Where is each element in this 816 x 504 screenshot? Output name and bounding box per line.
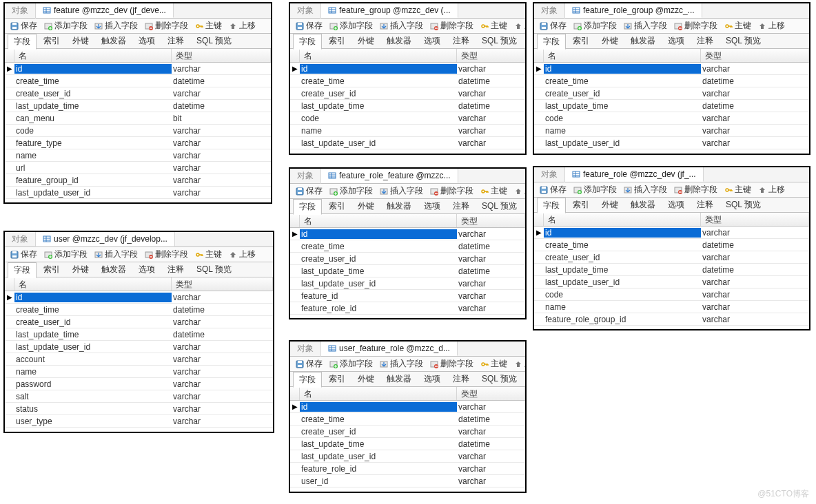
- table-row[interactable]: last_update_user_idvarchar: [290, 277, 525, 290]
- cell-field-name[interactable]: create_user_id: [544, 253, 701, 262]
- subtab[interactable]: SQL 预览: [720, 34, 766, 48]
- cell-field-name[interactable]: create_time: [14, 76, 172, 86]
- subtab[interactable]: 字段: [293, 34, 322, 50]
- table-row[interactable]: saltvarchar: [5, 390, 273, 403]
- cell-field-name[interactable]: feature_type: [14, 138, 172, 148]
- table-row[interactable]: create_user_idvarchar: [290, 87, 525, 100]
- table-row[interactable]: last_update_timedatetime: [534, 100, 809, 112]
- subtab[interactable]: 选项: [418, 199, 446, 213]
- table-row[interactable]: codevarchar: [534, 288, 809, 301]
- subtab[interactable]: 注释: [162, 262, 190, 277]
- cell-field-type[interactable]: varchar: [701, 315, 809, 324]
- table-row[interactable]: last_update_user_idvarchar: [290, 137, 525, 149]
- delete-field-button[interactable]: 删除字段: [142, 19, 191, 33]
- add-field-button[interactable]: 添加字段: [327, 357, 376, 371]
- insert-field-button[interactable]: 插入字段: [377, 19, 426, 33]
- cell-field-name[interactable]: can_menu: [14, 114, 172, 123]
- cell-field-name[interactable]: last_update_user_id: [300, 452, 457, 461]
- cell-field-name[interactable]: create_user_id: [300, 254, 457, 264]
- tab-table-active[interactable]: user_feature_role @mzzc_d...: [321, 342, 458, 356]
- table-row[interactable]: urlvarchar: [5, 162, 271, 174]
- primary-key-button[interactable]: 主键: [192, 19, 225, 33]
- subtab[interactable]: 字段: [8, 34, 37, 50]
- primary-key-button[interactable]: 主键: [722, 19, 754, 33]
- cell-field-name[interactable]: name: [14, 367, 172, 377]
- subtab[interactable]: SQL 预览: [191, 34, 237, 48]
- cell-field-name[interactable]: feature_role_id: [300, 304, 457, 313]
- column-header-type[interactable]: 类型: [172, 49, 271, 62]
- cell-field-name[interactable]: name: [300, 126, 457, 136]
- table-row[interactable]: ▶idvarchar: [5, 63, 271, 75]
- tab-objects[interactable]: 对象: [534, 3, 565, 19]
- cell-field-type[interactable]: varchar: [172, 151, 271, 160]
- cell-field-type[interactable]: varchar: [172, 367, 273, 377]
- cell-field-type[interactable]: varchar: [172, 392, 273, 401]
- subtab[interactable]: 触发器: [96, 262, 132, 277]
- subtab[interactable]: 触发器: [625, 198, 661, 212]
- cell-field-name[interactable]: create_time: [300, 76, 457, 86]
- cell-field-name[interactable]: user_id: [300, 476, 457, 486]
- cell-field-type[interactable]: varchar: [457, 126, 525, 136]
- cell-field-type[interactable]: varchar: [172, 379, 273, 389]
- cell-field-name[interactable]: name: [14, 151, 172, 160]
- add-field-button[interactable]: 添加字段: [327, 19, 376, 33]
- cell-field-name[interactable]: last_update_user_id: [544, 277, 701, 287]
- subtab[interactable]: 索引: [323, 34, 351, 48]
- subtab[interactable]: 索引: [323, 199, 351, 213]
- save-button[interactable]: 保存: [293, 19, 325, 33]
- cell-field-type[interactable]: datetime: [457, 242, 525, 251]
- subtab[interactable]: 外键: [352, 34, 380, 48]
- tab-objects[interactable]: 对象: [290, 168, 321, 184]
- subtab[interactable]: 触发器: [96, 34, 132, 48]
- table-row[interactable]: user_idvarchar: [290, 475, 525, 487]
- delete-field-button[interactable]: 删除字段: [427, 357, 476, 371]
- save-button[interactable]: 保存: [8, 19, 40, 33]
- table-row[interactable]: namevarchar: [5, 366, 273, 378]
- subtab[interactable]: 外键: [352, 199, 380, 213]
- subtab[interactable]: 字段: [293, 372, 322, 388]
- subtab[interactable]: SQL 预览: [476, 199, 522, 213]
- cell-field-name[interactable]: last_update_time: [300, 439, 457, 449]
- cell-field-name[interactable]: create_time: [14, 305, 172, 315]
- cell-field-name[interactable]: code: [14, 126, 172, 136]
- cell-field-type[interactable]: varchar: [457, 427, 525, 437]
- cell-field-name[interactable]: status: [14, 404, 172, 414]
- cell-field-name[interactable]: last_update_user_id: [544, 138, 701, 148]
- insert-field-button[interactable]: 插入字段: [621, 183, 670, 197]
- cell-field-name[interactable]: last_update_time: [300, 266, 457, 276]
- column-header-type[interactable]: 类型: [701, 213, 809, 226]
- cell-field-type[interactable]: varchar: [457, 464, 525, 474]
- cell-field-type[interactable]: varchar: [701, 228, 809, 238]
- cell-field-type[interactable]: datetime: [701, 76, 809, 86]
- cell-field-type[interactable]: varchar: [457, 254, 525, 264]
- insert-field-button[interactable]: 插入字段: [92, 19, 141, 33]
- cell-field-type[interactable]: varchar: [457, 452, 525, 461]
- table-row[interactable]: last_update_timedatetime: [290, 100, 525, 112]
- table-row[interactable]: feature_typevarchar: [5, 137, 271, 149]
- subtab[interactable]: 索引: [38, 262, 65, 277]
- cell-field-type[interactable]: varchar: [172, 293, 273, 302]
- table-row[interactable]: last_update_user_idvarchar: [534, 276, 809, 288]
- tab-table-active[interactable]: feature @mzzc_dev (jf_deve...: [36, 3, 174, 18]
- subtab[interactable]: 字段: [293, 199, 322, 215]
- cell-field-type[interactable]: datetime: [172, 330, 273, 339]
- save-button[interactable]: 保存: [537, 19, 569, 33]
- cell-field-type[interactable]: varchar: [457, 304, 525, 313]
- subtab[interactable]: 注释: [447, 199, 475, 213]
- table-row[interactable]: create_user_idvarchar: [534, 87, 809, 100]
- subtab[interactable]: 索引: [38, 34, 65, 48]
- cell-field-type[interactable]: varchar: [457, 402, 525, 412]
- table-row[interactable]: namevarchar: [534, 301, 809, 313]
- delete-field-button[interactable]: 删除字段: [142, 248, 191, 262]
- table-row[interactable]: namevarchar: [534, 125, 809, 137]
- cell-field-name[interactable]: last_update_user_id: [300, 279, 457, 288]
- insert-field-button[interactable]: 插入字段: [377, 185, 426, 198]
- column-header-name[interactable]: 名: [544, 49, 701, 62]
- cell-field-name[interactable]: create_time: [300, 414, 457, 424]
- cell-field-type[interactable]: datetime: [701, 240, 809, 250]
- table-row[interactable]: create_timedatetime: [290, 75, 525, 87]
- cell-field-name[interactable]: last_update_time: [14, 330, 172, 339]
- tab-objects[interactable]: 对象: [5, 231, 36, 247]
- tab-table-active[interactable]: feature_group @mzzc_dev (...: [321, 3, 458, 18]
- column-header-type[interactable]: 类型: [457, 214, 525, 227]
